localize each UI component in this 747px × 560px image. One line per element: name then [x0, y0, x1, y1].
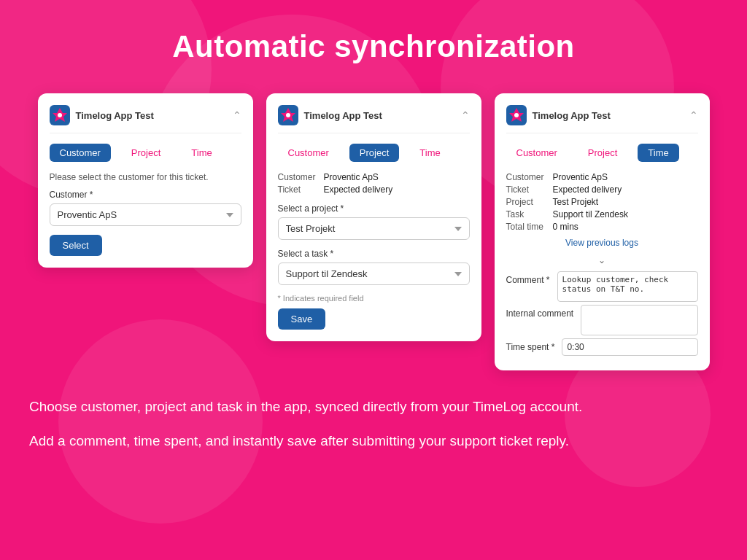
tab-customer-1[interactable]: Customer [50, 144, 111, 162]
card1-tabs: Customer Project Time [50, 144, 241, 162]
card1-app-name: Timelog App Test [76, 110, 154, 121]
timelog-logo-icon [50, 105, 70, 125]
tab-customer-2[interactable]: Customer [278, 144, 339, 162]
comment-row: Comment * Lookup customer, check status … [506, 271, 698, 302]
card1-header-left: Timelog App Test [50, 105, 154, 125]
card2-ticket-value: Expected delivery [324, 184, 393, 195]
card3-project-label: Project [506, 197, 544, 207]
task-field-label: Select a task * [278, 249, 470, 259]
bottom-text-1: Choose customer, project and task in the… [29, 397, 700, 418]
card2-info: Customer Proventic ApS Ticket Expected d… [278, 172, 470, 195]
card3-header: Timelog App Test ⌃ [506, 105, 698, 133]
svg-point-8 [514, 113, 519, 117]
timelog-logo-icon-2 [278, 105, 298, 125]
internal-comment-textarea[interactable] [581, 305, 697, 335]
customer-select[interactable]: Proventic ApS [50, 203, 241, 226]
card3-task-label: Task [506, 209, 544, 219]
tab-time-2[interactable]: Time [409, 144, 450, 162]
card2-ticket-label: Ticket [278, 184, 318, 195]
card3-ticket-value: Expected delivery [553, 184, 698, 195]
card2-app-name: Timelog App Test [304, 110, 382, 121]
card3-collapse-icon[interactable]: ⌃ [689, 109, 698, 121]
tab-project-3[interactable]: Project [578, 144, 627, 162]
card3-details: Customer Proventic ApS Ticket Expected d… [506, 172, 698, 232]
internal-comment-row: Internal comment [506, 305, 698, 335]
tab-time-1[interactable]: Time [181, 144, 222, 162]
card2-tabs: Customer Project Time [278, 144, 470, 162]
card1-header: Timelog App Test ⌃ [50, 105, 241, 133]
save-button[interactable]: Save [278, 308, 326, 330]
tab-customer-3[interactable]: Customer [506, 144, 568, 162]
required-note: * Indicates required field [278, 294, 470, 303]
task-select[interactable]: Support til Zendesk [278, 262, 470, 285]
internal-comment-label: Internal comment [506, 305, 574, 319]
time-spent-label: Time spent * [506, 338, 555, 352]
card2-ticket-row: Ticket Expected delivery [278, 184, 470, 195]
card3-app-name: Timelog App Test [533, 110, 611, 121]
card2-customer-row: Customer Proventic ApS [278, 172, 470, 182]
bottom-description: Choose customer, project and task in the… [29, 397, 700, 451]
timelog-logo-icon-3 [506, 105, 527, 125]
card-time: Timelog App Test ⌃ Customer Project Time… [495, 93, 710, 370]
card1-subtitle: Please select the customer for this tick… [50, 172, 241, 182]
tab-project-2[interactable]: Project [349, 144, 399, 162]
svg-point-2 [58, 113, 62, 117]
card2-customer-label: Customer [278, 172, 318, 182]
card-project: Timelog App Test ⌃ Customer Project Time… [266, 93, 481, 341]
card3-customer-label: Customer [506, 172, 544, 182]
card2-collapse-icon[interactable]: ⌃ [461, 109, 470, 121]
chevron-down-icon: ⌄ [506, 255, 698, 265]
view-logs-link[interactable]: View previous logs [506, 238, 698, 248]
tab-time-3[interactable]: Time [638, 144, 678, 162]
card1-collapse-icon[interactable]: ⌃ [233, 109, 241, 121]
card3-customer-value: Proventic ApS [553, 172, 698, 182]
card3-header-left: Timelog App Test [506, 105, 611, 125]
time-spent-row: Time spent * [506, 338, 698, 356]
card3-total-time-value: 0 mins [553, 222, 698, 232]
customer-field-label: Customer * [50, 190, 241, 200]
card2-customer-value: Proventic ApS [324, 172, 379, 182]
card2-header-left: Timelog App Test [278, 105, 382, 125]
tab-project-1[interactable]: Project [121, 144, 171, 162]
cards-container: Timelog App Test ⌃ Customer Project Time… [29, 93, 718, 370]
card3-task-value: Support til Zendesk [553, 209, 698, 219]
select-button[interactable]: Select [50, 235, 102, 256]
comment-textarea[interactable]: Lookup customer, check status on T&T no. [557, 271, 698, 302]
comment-label: Comment * [506, 271, 550, 285]
time-spent-input[interactable] [562, 338, 697, 356]
card-customer: Timelog App Test ⌃ Customer Project Time… [38, 93, 253, 268]
card3-tabs: Customer Project Time [506, 144, 698, 162]
bottom-text-2: Add a comment, time spent, and instantly… [29, 431, 700, 452]
svg-point-5 [286, 113, 290, 117]
page-title: Automatic synchronization [29, 29, 718, 64]
project-field-label: Select a project * [278, 203, 470, 214]
card3-ticket-label: Ticket [506, 184, 544, 195]
card3-total-time-label: Total time [506, 222, 544, 232]
card2-header: Timelog App Test ⌃ [278, 105, 470, 133]
card3-project-value: Test Projekt [553, 197, 698, 207]
project-select[interactable]: Test Projekt [278, 217, 470, 240]
